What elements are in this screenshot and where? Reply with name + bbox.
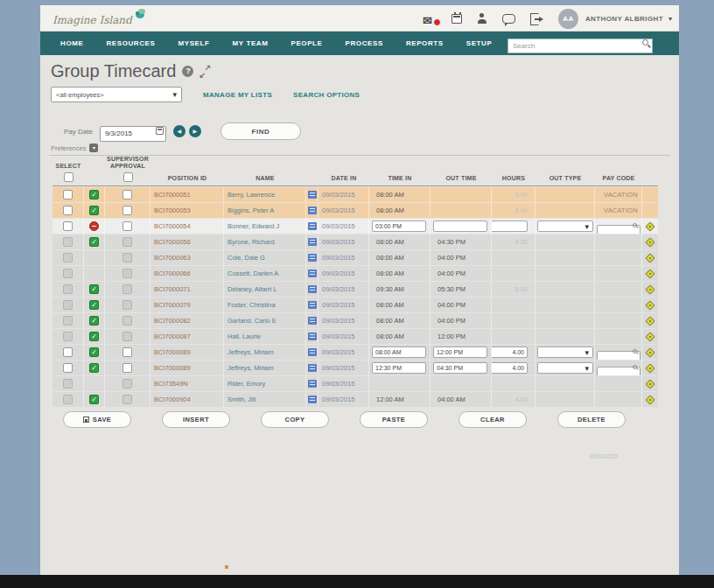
- sign-out-icon[interactable]: [530, 13, 543, 24]
- search-icon[interactable]: [642, 39, 648, 46]
- insert-button[interactable]: INSERT: [162, 411, 230, 428]
- employee-detail-icon[interactable]: [308, 301, 317, 309]
- out-time-input[interactable]: [433, 220, 487, 232]
- nav-item-home[interactable]: HOME: [49, 32, 94, 55]
- employee-name-link[interactable]: Jeffreys, Miriam: [224, 348, 274, 356]
- nav-item-reports[interactable]: REPORTS: [395, 32, 455, 55]
- employee-detail-icon[interactable]: [308, 285, 317, 293]
- time-in-input[interactable]: [372, 362, 426, 374]
- save-button[interactable]: SAVE: [63, 411, 131, 428]
- next-pay-date-button[interactable]: [189, 125, 201, 137]
- user-menu-chevron-icon[interactable]: ▾: [668, 15, 672, 23]
- hours-input[interactable]: [492, 220, 528, 232]
- help-icon[interactable]: [182, 66, 193, 77]
- employee-detail-icon[interactable]: [308, 332, 317, 340]
- employee-name-link[interactable]: Cossett, Darien A: [224, 270, 278, 277]
- select-checkbox[interactable]: [63, 363, 73, 373]
- clear-button[interactable]: CLEAR: [458, 411, 527, 428]
- supervisor-approval-checkbox[interactable]: [122, 206, 132, 215]
- employee-detail-icon[interactable]: [308, 222, 317, 230]
- employee-list-select[interactable]: <all employees>: [51, 87, 182, 102]
- supervisor-approval-checkbox[interactable]: [122, 363, 132, 373]
- employee-name-link[interactable]: Garland, Carlo E: [224, 317, 276, 325]
- employee-name-link[interactable]: Smith, Jill: [224, 396, 256, 403]
- hours-input[interactable]: [492, 362, 528, 374]
- supervisor-approval-checkbox[interactable]: [122, 347, 132, 357]
- note-icon[interactable]: [645, 221, 654, 231]
- preferences-toggle[interactable]: [89, 144, 98, 152]
- note-icon[interactable]: [645, 253, 654, 262]
- avatar[interactable]: AA: [558, 9, 578, 29]
- employee-detail-icon[interactable]: [308, 254, 317, 262]
- employee-name-link[interactable]: Hall, Laurie: [224, 332, 261, 340]
- nav-item-resources[interactable]: RESOURCES: [94, 32, 166, 55]
- note-icon[interactable]: [645, 395, 654, 404]
- employee-detail-icon[interactable]: [308, 270, 317, 277]
- employee-detail-icon[interactable]: [308, 380, 317, 388]
- note-icon[interactable]: [645, 332, 654, 341]
- mail-icon[interactable]: [423, 12, 437, 24]
- employee-detail-icon[interactable]: [308, 206, 317, 214]
- out-type-select[interactable]: [537, 362, 593, 374]
- note-icon[interactable]: [645, 363, 654, 373]
- search-options-link[interactable]: SEARCH OPTIONS: [293, 91, 360, 99]
- manage-my-lists-link[interactable]: MANAGE MY LISTS: [203, 91, 272, 99]
- out-time-input[interactable]: [433, 346, 487, 358]
- employee-name-link[interactable]: Jeffreys, Miriam: [224, 364, 274, 372]
- employee-detail-icon[interactable]: [308, 317, 317, 325]
- previous-pay-date-button[interactable]: [173, 125, 186, 137]
- lookup-icon[interactable]: [633, 365, 637, 369]
- employee-name-link[interactable]: Berry, Lawrence: [224, 191, 275, 199]
- time-in-input[interactable]: [372, 346, 426, 358]
- out-type-select[interactable]: [537, 346, 593, 358]
- help-chat-icon[interactable]: [502, 14, 515, 24]
- lookup-icon[interactable]: [633, 349, 637, 354]
- employee-name-link[interactable]: Bonner, Edward J: [224, 222, 279, 230]
- out-time-input[interactable]: [433, 362, 487, 374]
- paste-button[interactable]: PASTE: [360, 411, 428, 428]
- search-input[interactable]: [508, 38, 653, 53]
- select-all-checkbox[interactable]: [64, 172, 74, 182]
- note-icon[interactable]: [645, 284, 654, 294]
- supervisor-approval-checkbox[interactable]: [122, 221, 132, 231]
- employee-detail-icon[interactable]: [308, 348, 317, 356]
- nav-item-setup[interactable]: SETUP: [455, 32, 504, 55]
- note-icon[interactable]: [645, 316, 654, 326]
- employee-name-link[interactable]: Biggins, Peter A: [224, 206, 274, 214]
- employee-detail-icon[interactable]: [308, 396, 317, 403]
- user-icon[interactable]: [477, 13, 487, 24]
- note-icon[interactable]: [645, 379, 654, 388]
- copy-button[interactable]: COPY: [261, 411, 329, 428]
- nav-item-process[interactable]: PROCESS: [334, 32, 395, 55]
- select-checkbox[interactable]: [63, 190, 73, 200]
- employee-name-link[interactable]: Byrone, Richard: [224, 238, 275, 246]
- out-type-select[interactable]: [537, 220, 593, 232]
- note-icon[interactable]: [645, 269, 654, 278]
- select-checkbox[interactable]: [63, 347, 73, 357]
- calendar-icon[interactable]: [452, 14, 462, 24]
- note-icon[interactable]: [645, 300, 654, 310]
- employee-name-link[interactable]: Delaney, Albert L: [224, 285, 277, 293]
- supervisor-approval-checkbox[interactable]: [122, 190, 132, 200]
- nav-item-myself[interactable]: MYSELF: [166, 32, 220, 55]
- date-picker-icon[interactable]: [156, 127, 164, 135]
- employee-detail-icon[interactable]: [308, 238, 317, 246]
- employee-name-link[interactable]: Cole, Dale G: [224, 254, 265, 262]
- lookup-icon[interactable]: [633, 223, 637, 228]
- employee-name-link[interactable]: Foster, Christina: [224, 301, 276, 309]
- select-checkbox[interactable]: [63, 206, 73, 215]
- note-icon[interactable]: [645, 347, 654, 357]
- time-in-input[interactable]: [372, 220, 426, 232]
- hours-input[interactable]: [492, 346, 528, 358]
- nav-item-people[interactable]: PEOPLE: [279, 32, 333, 55]
- user-name[interactable]: ANTHONY ALBRIGHT: [585, 15, 663, 23]
- delete-button[interactable]: DELETE: [557, 411, 626, 428]
- note-icon[interactable]: [645, 237, 654, 247]
- employee-name-link[interactable]: Rider, Emory: [224, 380, 265, 388]
- employee-detail-icon[interactable]: [308, 364, 317, 372]
- find-button[interactable]: FIND: [220, 122, 301, 140]
- employee-detail-icon[interactable]: [308, 191, 317, 199]
- expand-icon[interactable]: [200, 66, 210, 77]
- nav-item-my-team[interactable]: MY TEAM: [221, 32, 280, 55]
- select-checkbox[interactable]: [63, 221, 73, 231]
